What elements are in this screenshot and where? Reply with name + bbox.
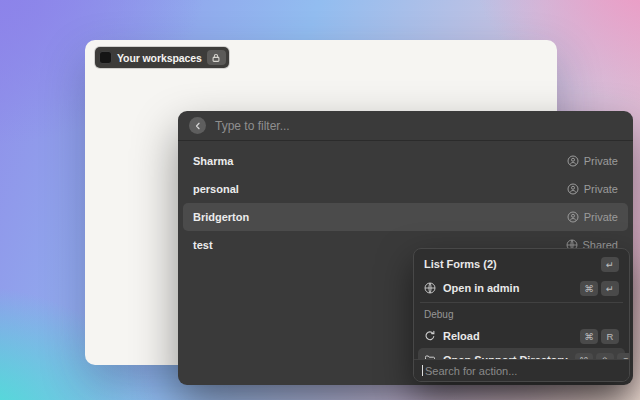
person-circle-icon — [567, 183, 579, 195]
person-circle-icon — [567, 155, 579, 167]
visibility-label: Private — [584, 211, 618, 223]
actions-menu-list: List Forms (2) ↵ Open in admin ⌘ ↵ — [414, 249, 629, 375]
workspace-list: Sharma Private personal Private — [178, 141, 633, 265]
command-key-badge: ⌘ — [580, 281, 598, 296]
debug-section-label: Debug — [418, 305, 625, 324]
workspace-name: Sharma — [193, 155, 233, 167]
return-key-badge: ↵ — [601, 257, 619, 272]
desktop-background: Your workspaces Type to filter... Sharma — [0, 0, 640, 400]
actions-menu: List Forms (2) ↵ Open in admin ⌘ ↵ — [413, 248, 630, 382]
palette-header: Type to filter... — [178, 111, 633, 141]
back-button[interactable] — [189, 117, 206, 134]
menu-divider — [420, 302, 623, 303]
app-window: Your workspaces Type to filter... Sharma — [85, 40, 557, 365]
shortcut-keys: ↵ — [601, 257, 619, 272]
shortcut-keys: ⌘ R — [580, 329, 619, 344]
workspace-name: test — [193, 239, 213, 251]
visibility-label: Private — [584, 155, 618, 167]
person-circle-icon — [567, 211, 579, 223]
command-key-badge: ⌘ — [580, 329, 598, 344]
menu-item-reload[interactable]: Reload ⌘ R — [418, 324, 625, 348]
visibility-badge: Private — [567, 155, 618, 167]
menu-item-label: Reload — [443, 330, 573, 342]
text-caret — [422, 365, 423, 376]
visibility-badge: Private — [567, 211, 618, 223]
workspace-row-sharma[interactable]: Sharma Private — [183, 147, 628, 175]
action-search-placeholder: Search for action... — [425, 365, 517, 377]
menu-item-list-forms[interactable]: List Forms (2) ↵ — [418, 252, 625, 276]
workspace-name: personal — [193, 183, 239, 195]
menu-item-label: Open in admin — [443, 282, 573, 294]
visibility-label: Private — [584, 183, 618, 195]
workspace-avatar-icon — [99, 51, 112, 64]
filter-input[interactable]: Type to filter... — [215, 119, 290, 133]
reload-icon — [424, 330, 436, 342]
visibility-badge: Private — [567, 183, 618, 195]
workspace-row-bridgerton[interactable]: Bridgerton Private — [183, 203, 628, 231]
workspace-name: Bridgerton — [193, 211, 249, 223]
shortcut-keys: ⌘ ↵ — [580, 281, 619, 296]
action-search-input[interactable]: Search for action... — [414, 359, 629, 381]
globe-icon — [424, 282, 436, 294]
chevron-left-icon — [193, 121, 203, 131]
lock-icon[interactable] — [207, 50, 226, 65]
workspace-row-personal[interactable]: personal Private — [183, 175, 628, 203]
workspaces-pill[interactable]: Your workspaces — [95, 47, 229, 68]
return-key-badge: ↵ — [601, 281, 619, 296]
r-key-badge: R — [601, 329, 619, 344]
workspaces-pill-label: Your workspaces — [117, 52, 202, 64]
menu-item-label: List Forms (2) — [424, 258, 594, 270]
menu-item-open-in-admin[interactable]: Open in admin ⌘ ↵ — [418, 276, 625, 300]
